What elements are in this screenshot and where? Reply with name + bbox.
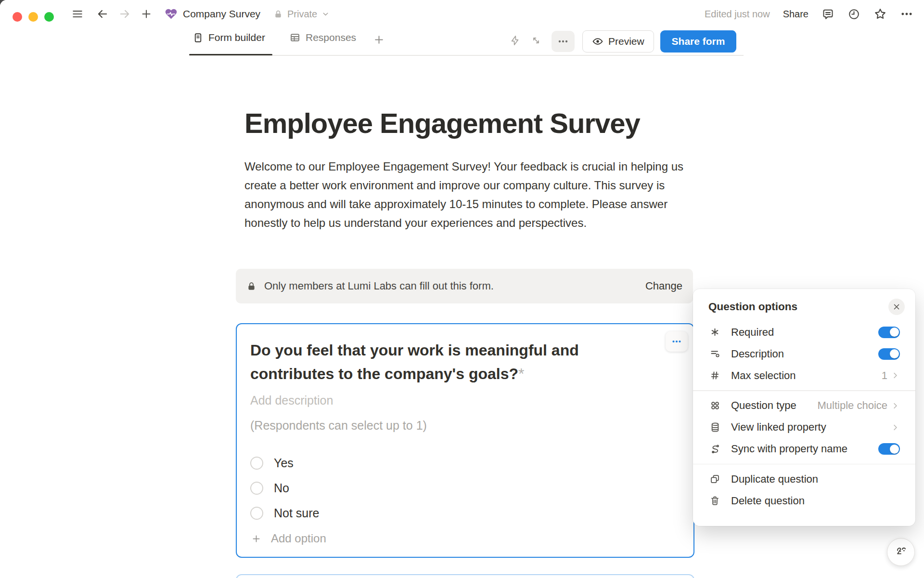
add-option-button[interactable]: Add option [251, 526, 326, 551]
back-arrow-icon [96, 8, 109, 20]
active-tab-underline [189, 54, 272, 56]
ellipsis-icon [557, 35, 569, 48]
clock-icon [847, 8, 860, 21]
more-menu-button[interactable] [900, 7, 913, 21]
option-label[interactable]: Yes [274, 456, 294, 470]
lock-icon [246, 281, 257, 291]
panel-divider [693, 464, 915, 465]
option-row[interactable]: Not sure [250, 500, 319, 525]
option-row[interactable]: Yes [250, 450, 319, 475]
expand-diagonal-icon [530, 35, 542, 46]
panel-row-label: View linked property [731, 421, 891, 434]
panel-row-label: Question type [731, 399, 817, 412]
panel-row-label: Max selection [731, 369, 882, 382]
radio-circle[interactable] [250, 457, 263, 470]
plus-icon [251, 534, 261, 544]
page-icon-button[interactable] [165, 8, 178, 21]
question-title-text: Do you feel that your work is meaningful… [250, 342, 579, 382]
description-toggle[interactable] [878, 348, 900, 360]
favorite-button[interactable] [873, 7, 887, 21]
privacy-dropdown[interactable]: Private [273, 9, 330, 20]
window-controls [13, 12, 54, 22]
close-icon [892, 302, 901, 311]
chevron-down-icon [321, 10, 330, 18]
app-window: Company Survey Private Edited just now S… [0, 0, 924, 578]
history-button[interactable] [847, 8, 860, 21]
expand-button[interactable] [530, 35, 542, 46]
add-option-label: Add option [271, 532, 326, 545]
panel-row-delete-question[interactable]: Delete question [701, 490, 908, 512]
sync-property-toggle[interactable] [878, 443, 900, 455]
trash-icon [708, 495, 721, 506]
form-document-icon [192, 32, 204, 43]
panel-row-duplicate-question[interactable]: Duplicate question [701, 468, 908, 490]
question-description-placeholder[interactable]: Add description [250, 394, 333, 407]
question-title[interactable]: Do you feel that your work is meaningful… [250, 339, 657, 386]
notion-ai-face-icon [893, 544, 909, 560]
minimize-window-button[interactable] [28, 12, 38, 22]
question-more-button[interactable] [666, 331, 688, 352]
preview-button[interactable]: Preview [582, 30, 654, 53]
forward-arrow-icon [118, 8, 131, 20]
form-title[interactable]: Employee Engagement Survey [244, 107, 640, 139]
option-label[interactable]: Not sure [274, 506, 319, 520]
panel-row-sync-property-name[interactable]: Sync with property name [701, 438, 908, 460]
zoom-window-button[interactable] [44, 12, 54, 22]
share-form-button[interactable]: Share form [660, 30, 736, 53]
lightning-icon [509, 35, 521, 46]
description-icon [708, 348, 721, 360]
panel-title: Question options [708, 301, 797, 313]
selection-note: (Respondents can select up to 1) [250, 419, 427, 433]
panel-row-max-selection[interactable]: Max selection 1 [701, 365, 908, 386]
chevron-right-icon [891, 371, 900, 380]
tab-responses[interactable]: Responses [289, 32, 356, 43]
panel-row-label: Required [731, 326, 878, 339]
notion-ai-button[interactable] [887, 538, 915, 566]
next-question-card-edge[interactable] [236, 574, 694, 578]
access-change-button[interactable]: Change [645, 280, 682, 292]
access-notice-bar: Only members at Lumi Labs can fill out t… [236, 269, 693, 303]
access-notice-text: Only members at Lumi Labs can fill out t… [264, 280, 645, 292]
form-more-options-button[interactable] [552, 31, 575, 52]
forward-button[interactable] [118, 8, 131, 20]
option-row[interactable]: No [250, 475, 319, 500]
sidebar-menu-button[interactable] [71, 8, 84, 20]
tab-form-builder[interactable]: Form builder [192, 32, 265, 43]
privacy-label: Private [287, 9, 317, 20]
option-label[interactable]: No [274, 481, 289, 495]
required-toggle[interactable] [878, 327, 900, 338]
panel-row-label: Sync with property name [731, 443, 878, 455]
edited-status: Edited just now [705, 9, 770, 20]
add-tab-button[interactable] [373, 34, 385, 46]
hamburger-icon [71, 8, 84, 20]
panel-close-button[interactable] [888, 299, 905, 315]
automations-button[interactable] [509, 35, 521, 46]
tab-label: Form builder [208, 32, 265, 43]
close-window-button[interactable] [13, 12, 22, 22]
question-type-icon [708, 400, 721, 411]
sync-icon [708, 443, 721, 455]
panel-row-label: Delete question [731, 495, 900, 507]
panel-row-label: Description [731, 348, 878, 360]
ellipsis-icon [671, 336, 682, 347]
panel-row-required[interactable]: Required [701, 321, 908, 343]
ellipsis-icon [900, 7, 913, 21]
panel-row-label: Duplicate question [731, 473, 900, 486]
new-page-button[interactable] [141, 8, 152, 20]
comments-button[interactable] [821, 8, 834, 21]
breadcrumb-doc-title[interactable]: Company Survey [183, 8, 260, 20]
question-card[interactable]: Do you feel that your work is meaningful… [236, 323, 694, 558]
eye-icon [592, 36, 603, 47]
lock-icon [273, 9, 283, 19]
back-button[interactable] [96, 8, 109, 20]
radio-circle[interactable] [250, 507, 263, 520]
titlebar: Company Survey Private Edited just now S… [0, 0, 924, 28]
radio-circle[interactable] [250, 482, 263, 495]
share-button[interactable]: Share [783, 9, 808, 20]
table-icon [289, 32, 301, 43]
pulse-heart-icon [165, 8, 178, 21]
panel-row-view-linked-property[interactable]: View linked property [701, 417, 908, 438]
panel-row-question-type[interactable]: Question type Multiple choice [701, 395, 908, 417]
form-description[interactable]: Welcome to our Employee Engagement Surve… [244, 157, 688, 232]
panel-row-description[interactable]: Description [701, 343, 908, 365]
